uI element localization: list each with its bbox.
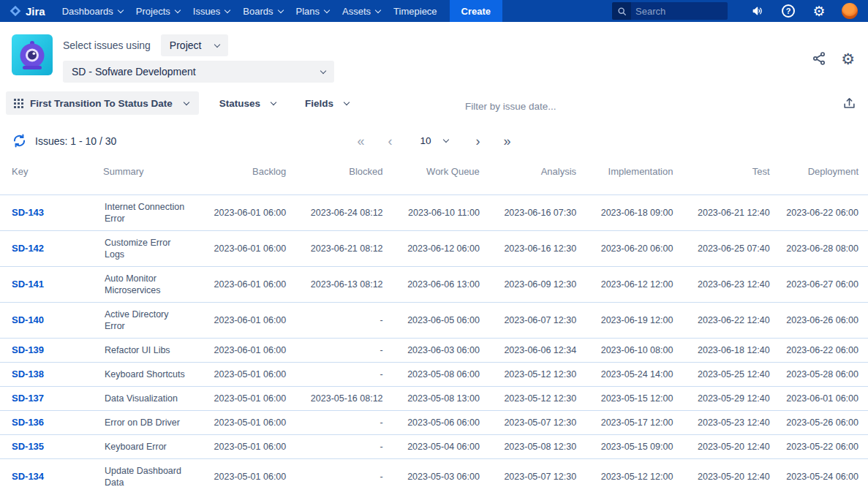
issue-key-link[interactable]: SD-139 (12, 344, 44, 355)
issue-key-cell: SD-142 (0, 231, 103, 267)
table-row: SD-140 Active Directory Error 2023-06-01… (0, 303, 868, 339)
nav-item-projects[interactable]: Projects (129, 0, 186, 22)
nav-item-assets[interactable]: Assets (336, 0, 387, 22)
top-navigation: Jira Dashboards Projects Issues Boards P… (0, 0, 868, 22)
date-cell: 2023-06-27 06:00 (771, 267, 868, 303)
issue-key-cell: SD-139 (0, 339, 103, 363)
first-page-button[interactable]: « (354, 135, 367, 148)
date-cell: 2023-06-18 09:00 (578, 195, 674, 231)
last-page-button[interactable]: » (501, 135, 514, 148)
column-header-implementation[interactable]: Implementation (578, 157, 674, 195)
column-header-key[interactable]: Key (0, 157, 103, 195)
date-cell: 2023-05-22 06:00 (771, 435, 868, 459)
select-issues-label: Select issues using (63, 39, 151, 51)
chevron-down-icon (277, 7, 283, 12)
chevron-down-icon (344, 99, 350, 105)
fields-dropdown[interactable]: Fields (296, 91, 358, 115)
date-cell: 2023-06-16 07:30 (481, 195, 578, 231)
issue-source-select[interactable]: Project (161, 34, 229, 56)
export-button[interactable] (841, 95, 858, 112)
header-actions: ⚙ (810, 50, 856, 68)
column-header-deployment[interactable]: Deployment (771, 157, 868, 195)
fields-label: Fields (305, 98, 333, 109)
column-header-work-queue[interactable]: Work Queue (385, 157, 481, 195)
issue-key-link[interactable]: SD-142 (12, 243, 44, 254)
date-cell: 2023-05-12 12:30 (481, 363, 578, 387)
issue-key-link[interactable]: SD-140 (12, 314, 44, 325)
date-cell: 2023-05-01 06:00 (191, 411, 287, 435)
date-cell: 2023-05-06 06:00 (385, 411, 481, 435)
issue-key-cell: SD-135 (0, 435, 103, 459)
nav-item-boards[interactable]: Boards (236, 0, 289, 22)
table-row: SD-143 Internet Connection Error 2023-06… (0, 195, 868, 231)
date-cell: - (287, 411, 384, 435)
report-type-dropdown[interactable]: First Transition To Status Date (6, 91, 199, 115)
project-select[interactable]: SD - Sofware Development (63, 61, 334, 83)
date-cell: 2023-05-16 08:12 (287, 387, 384, 411)
chevron-down-icon (224, 7, 230, 12)
profile-button[interactable] (839, 0, 861, 22)
timepiece-app-icon (12, 34, 53, 75)
issue-key-link[interactable]: SD-141 (12, 279, 44, 290)
issue-summary-cell: Keyboard Shortcuts (103, 363, 191, 387)
logo-text: Jira (26, 5, 45, 18)
date-cell: 2023-06-26 06:00 (771, 303, 868, 339)
settings-icon[interactable]: ⚙ (808, 0, 830, 22)
column-header-test[interactable]: Test (674, 157, 771, 195)
nav-item-label: Assets (342, 6, 371, 17)
share-button[interactable] (810, 50, 828, 67)
issues-table: Key Summary Backlog Blocked Work Queue A… (0, 157, 868, 494)
date-cell: 2023-06-01 06:00 (771, 387, 868, 411)
refresh-button[interactable] (12, 133, 27, 148)
column-header-backlog[interactable]: Backlog (191, 157, 287, 195)
date-cell: 2023-05-04 06:00 (385, 435, 481, 459)
statuses-label: Statuses (219, 98, 260, 109)
results-bar: Issues: 1 - 10 / 30 « ‹ 10 › » (0, 122, 868, 157)
export-icon (842, 97, 856, 110)
announcements-icon[interactable] (747, 0, 769, 22)
column-header-analysis[interactable]: Analysis (481, 157, 578, 195)
date-cell: 2023-06-23 12:40 (674, 267, 771, 303)
issue-date-filter[interactable]: Filter by issue date... (465, 101, 556, 112)
help-icon[interactable]: ? (777, 0, 799, 22)
nav-item-issues[interactable]: Issues (186, 0, 237, 22)
date-cell: 2023-05-01 06:00 (191, 459, 287, 495)
nav-item-label: Plans (296, 6, 320, 17)
issue-summary-cell: Keyboard Error (103, 435, 191, 459)
date-cell: 2023-05-25 12:40 (674, 363, 771, 387)
chevron-down-icon (324, 7, 330, 12)
chevron-down-icon (175, 7, 181, 12)
issue-key-link[interactable]: SD-135 (12, 441, 44, 452)
next-page-button[interactable]: › (473, 135, 483, 148)
date-cell: 2023-05-08 06:00 (385, 363, 481, 387)
issue-key-link[interactable]: SD-143 (12, 207, 44, 218)
issue-key-link[interactable]: SD-137 (12, 393, 44, 404)
date-cell: - (287, 363, 384, 387)
date-cell: 2023-05-24 06:00 (771, 459, 868, 495)
user-avatar (842, 3, 858, 19)
page-size-select[interactable]: 10 (412, 132, 455, 150)
issue-key-link[interactable]: SD-136 (12, 417, 44, 428)
nav-item-label: Issues (193, 6, 221, 17)
statuses-dropdown[interactable]: Statuses (211, 91, 284, 115)
column-header-summary[interactable]: Summary (103, 157, 191, 195)
nav-item-plans[interactable]: Plans (290, 0, 336, 22)
search-input[interactable] (631, 6, 719, 17)
previous-page-button[interactable]: ‹ (385, 135, 395, 148)
search-box[interactable] (612, 2, 728, 20)
nav-item-timepiece[interactable]: Timepiece (387, 0, 443, 22)
report-toolbar: First Transition To Status Date Statuses… (0, 90, 868, 122)
issue-key-link[interactable]: SD-138 (12, 369, 44, 379)
date-cell: 2023-05-24 14:00 (578, 363, 674, 387)
report-settings-button[interactable]: ⚙ (839, 50, 856, 68)
issue-key-link[interactable]: SD-134 (12, 471, 44, 482)
column-header-blocked[interactable]: Blocked (287, 157, 384, 195)
create-button[interactable]: Create (450, 0, 502, 22)
table-row: SD-136 Error on DB Driver 2023-05-01 06:… (0, 411, 868, 435)
grid-icon (14, 99, 23, 108)
nav-item-dashboards[interactable]: Dashboards (56, 0, 129, 22)
table-header-row: Key Summary Backlog Blocked Work Queue A… (0, 157, 868, 195)
chevron-down-icon (271, 99, 276, 105)
date-cell: 2023-05-29 12:40 (674, 387, 771, 411)
jira-logo[interactable]: Jira (9, 4, 45, 18)
